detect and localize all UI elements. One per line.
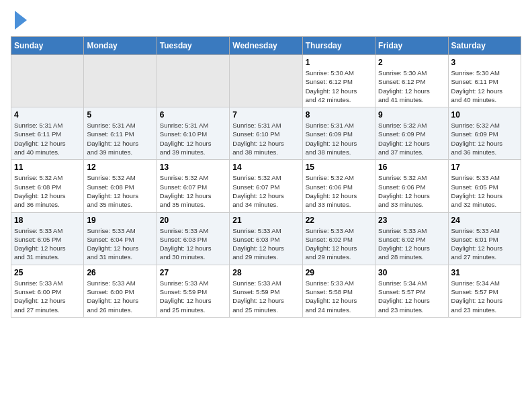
calendar-cell: 4Sunrise: 5:31 AM Sunset: 6:11 PM Daylig… bbox=[11, 107, 84, 160]
day-info: Sunrise: 5:33 AM Sunset: 6:05 PM Dayligh… bbox=[451, 173, 518, 209]
day-number: 29 bbox=[306, 268, 372, 277]
header bbox=[11, 11, 521, 30]
calendar-cell: 24Sunrise: 5:33 AM Sunset: 6:01 PM Dayli… bbox=[448, 212, 521, 265]
calendar-cell: 11Sunrise: 5:32 AM Sunset: 6:08 PM Dayli… bbox=[11, 160, 84, 212]
day-info: Sunrise: 5:32 AM Sunset: 6:07 PM Dayligh… bbox=[232, 173, 299, 209]
day-number: 30 bbox=[378, 268, 445, 277]
week-row-1: 1Sunrise: 5:30 AM Sunset: 6:12 PM Daylig… bbox=[11, 55, 521, 107]
day-info: Sunrise: 5:32 AM Sunset: 6:06 PM Dayligh… bbox=[306, 173, 372, 209]
calendar-cell: 30Sunrise: 5:34 AM Sunset: 5:57 PM Dayli… bbox=[375, 265, 448, 317]
day-number: 23 bbox=[378, 216, 445, 225]
day-info: Sunrise: 5:34 AM Sunset: 5:57 PM Dayligh… bbox=[451, 279, 518, 314]
week-row-2: 4Sunrise: 5:31 AM Sunset: 6:11 PM Daylig… bbox=[11, 107, 521, 160]
logo-arrow-icon bbox=[15, 11, 27, 30]
day-number: 3 bbox=[451, 58, 518, 67]
day-number: 1 bbox=[306, 58, 372, 67]
day-info: Sunrise: 5:32 AM Sunset: 6:06 PM Dayligh… bbox=[378, 173, 445, 209]
day-number: 9 bbox=[378, 110, 445, 120]
calendar-cell bbox=[157, 55, 229, 107]
calendar-cell: 13Sunrise: 5:32 AM Sunset: 6:07 PM Dayli… bbox=[157, 160, 229, 212]
day-number: 31 bbox=[451, 268, 518, 277]
calendar-cell: 5Sunrise: 5:31 AM Sunset: 6:11 PM Daylig… bbox=[84, 107, 157, 160]
day-number: 25 bbox=[14, 268, 81, 277]
day-info: Sunrise: 5:34 AM Sunset: 5:57 PM Dayligh… bbox=[378, 279, 445, 314]
calendar-cell: 7Sunrise: 5:31 AM Sunset: 6:10 PM Daylig… bbox=[230, 107, 302, 160]
day-info: Sunrise: 5:32 AM Sunset: 6:09 PM Dayligh… bbox=[378, 121, 445, 156]
day-info: Sunrise: 5:33 AM Sunset: 6:04 PM Dayligh… bbox=[87, 226, 153, 262]
calendar-cell: 23Sunrise: 5:33 AM Sunset: 6:02 PM Dayli… bbox=[375, 212, 448, 265]
day-info: Sunrise: 5:33 AM Sunset: 6:00 PM Dayligh… bbox=[14, 279, 81, 314]
calendar-cell: 19Sunrise: 5:33 AM Sunset: 6:04 PM Dayli… bbox=[84, 212, 157, 265]
day-info: Sunrise: 5:30 AM Sunset: 6:12 PM Dayligh… bbox=[306, 68, 372, 104]
day-info: Sunrise: 5:33 AM Sunset: 5:58 PM Dayligh… bbox=[306, 279, 372, 314]
day-number: 5 bbox=[87, 110, 153, 120]
day-info: Sunrise: 5:33 AM Sunset: 6:03 PM Dayligh… bbox=[160, 226, 226, 262]
calendar-cell: 8Sunrise: 5:31 AM Sunset: 6:09 PM Daylig… bbox=[302, 107, 375, 160]
calendar-cell: 28Sunrise: 5:33 AM Sunset: 5:59 PM Dayli… bbox=[230, 265, 302, 317]
day-number: 21 bbox=[232, 216, 299, 225]
day-number: 8 bbox=[306, 110, 372, 120]
day-info: Sunrise: 5:33 AM Sunset: 6:05 PM Dayligh… bbox=[14, 226, 81, 262]
day-number: 17 bbox=[451, 163, 518, 172]
calendar-cell: 2Sunrise: 5:30 AM Sunset: 6:12 PM Daylig… bbox=[375, 55, 448, 107]
calendar-cell: 26Sunrise: 5:33 AM Sunset: 6:00 PM Dayli… bbox=[84, 265, 157, 317]
day-info: Sunrise: 5:32 AM Sunset: 6:09 PM Dayligh… bbox=[451, 121, 518, 156]
calendar-cell: 20Sunrise: 5:33 AM Sunset: 6:03 PM Dayli… bbox=[157, 212, 229, 265]
day-number: 18 bbox=[14, 216, 81, 225]
calendar-cell bbox=[230, 55, 302, 107]
col-header-sunday: Sunday bbox=[11, 37, 84, 55]
day-info: Sunrise: 5:30 AM Sunset: 6:11 PM Dayligh… bbox=[451, 68, 518, 104]
col-header-thursday: Thursday bbox=[302, 37, 375, 55]
day-info: Sunrise: 5:31 AM Sunset: 6:10 PM Dayligh… bbox=[232, 121, 299, 156]
calendar-table: SundayMondayTuesdayWednesdayThursdayFrid… bbox=[11, 36, 521, 318]
calendar-cell: 1Sunrise: 5:30 AM Sunset: 6:12 PM Daylig… bbox=[302, 55, 375, 107]
calendar-cell: 18Sunrise: 5:33 AM Sunset: 6:05 PM Dayli… bbox=[11, 212, 84, 265]
calendar-cell: 10Sunrise: 5:32 AM Sunset: 6:09 PM Dayli… bbox=[448, 107, 521, 160]
calendar-cell: 29Sunrise: 5:33 AM Sunset: 5:58 PM Dayli… bbox=[302, 265, 375, 317]
day-number: 7 bbox=[232, 110, 299, 120]
day-number: 27 bbox=[160, 268, 226, 277]
col-header-wednesday: Wednesday bbox=[230, 37, 302, 55]
day-info: Sunrise: 5:32 AM Sunset: 6:08 PM Dayligh… bbox=[87, 173, 153, 209]
day-number: 12 bbox=[87, 163, 153, 172]
day-info: Sunrise: 5:33 AM Sunset: 6:03 PM Dayligh… bbox=[232, 226, 299, 262]
day-info: Sunrise: 5:31 AM Sunset: 6:11 PM Dayligh… bbox=[87, 121, 153, 156]
day-number: 14 bbox=[232, 163, 299, 172]
day-number: 28 bbox=[232, 268, 299, 277]
day-number: 11 bbox=[14, 163, 81, 172]
day-number: 20 bbox=[160, 216, 226, 225]
day-info: Sunrise: 5:32 AM Sunset: 6:07 PM Dayligh… bbox=[160, 173, 226, 209]
col-header-tuesday: Tuesday bbox=[157, 37, 229, 55]
day-number: 6 bbox=[160, 110, 226, 120]
day-number: 10 bbox=[451, 110, 518, 120]
calendar-cell: 21Sunrise: 5:33 AM Sunset: 6:03 PM Dayli… bbox=[230, 212, 302, 265]
day-info: Sunrise: 5:33 AM Sunset: 6:02 PM Dayligh… bbox=[378, 226, 445, 262]
day-info: Sunrise: 5:33 AM Sunset: 6:00 PM Dayligh… bbox=[87, 279, 153, 314]
calendar-cell: 17Sunrise: 5:33 AM Sunset: 6:05 PM Dayli… bbox=[448, 160, 521, 212]
calendar-cell bbox=[11, 55, 84, 107]
day-info: Sunrise: 5:32 AM Sunset: 6:08 PM Dayligh… bbox=[14, 173, 81, 209]
day-number: 19 bbox=[87, 216, 153, 225]
day-number: 15 bbox=[306, 163, 372, 172]
calendar-cell: 31Sunrise: 5:34 AM Sunset: 5:57 PM Dayli… bbox=[448, 265, 521, 317]
calendar-cell: 6Sunrise: 5:31 AM Sunset: 6:10 PM Daylig… bbox=[157, 107, 229, 160]
day-info: Sunrise: 5:31 AM Sunset: 6:10 PM Dayligh… bbox=[160, 121, 226, 156]
week-row-5: 25Sunrise: 5:33 AM Sunset: 6:00 PM Dayli… bbox=[11, 265, 521, 317]
calendar-cell: 3Sunrise: 5:30 AM Sunset: 6:11 PM Daylig… bbox=[448, 55, 521, 107]
calendar-cell: 27Sunrise: 5:33 AM Sunset: 5:59 PM Dayli… bbox=[157, 265, 229, 317]
calendar-cell: 12Sunrise: 5:32 AM Sunset: 6:08 PM Dayli… bbox=[84, 160, 157, 212]
calendar-cell: 9Sunrise: 5:32 AM Sunset: 6:09 PM Daylig… bbox=[375, 107, 448, 160]
day-number: 16 bbox=[378, 163, 445, 172]
calendar-cell: 22Sunrise: 5:33 AM Sunset: 6:02 PM Dayli… bbox=[302, 212, 375, 265]
day-info: Sunrise: 5:30 AM Sunset: 6:12 PM Dayligh… bbox=[378, 68, 445, 104]
day-number: 22 bbox=[306, 216, 372, 225]
day-info: Sunrise: 5:33 AM Sunset: 5:59 PM Dayligh… bbox=[232, 279, 299, 314]
calendar-cell: 14Sunrise: 5:32 AM Sunset: 6:07 PM Dayli… bbox=[230, 160, 302, 212]
day-number: 2 bbox=[378, 58, 445, 67]
calendar-cell bbox=[84, 55, 157, 107]
header-row: SundayMondayTuesdayWednesdayThursdayFrid… bbox=[11, 37, 521, 55]
day-info: Sunrise: 5:33 AM Sunset: 5:59 PM Dayligh… bbox=[160, 279, 226, 314]
week-row-3: 11Sunrise: 5:32 AM Sunset: 6:08 PM Dayli… bbox=[11, 160, 521, 212]
day-number: 24 bbox=[451, 216, 518, 225]
day-info: Sunrise: 5:31 AM Sunset: 6:11 PM Dayligh… bbox=[14, 121, 81, 156]
